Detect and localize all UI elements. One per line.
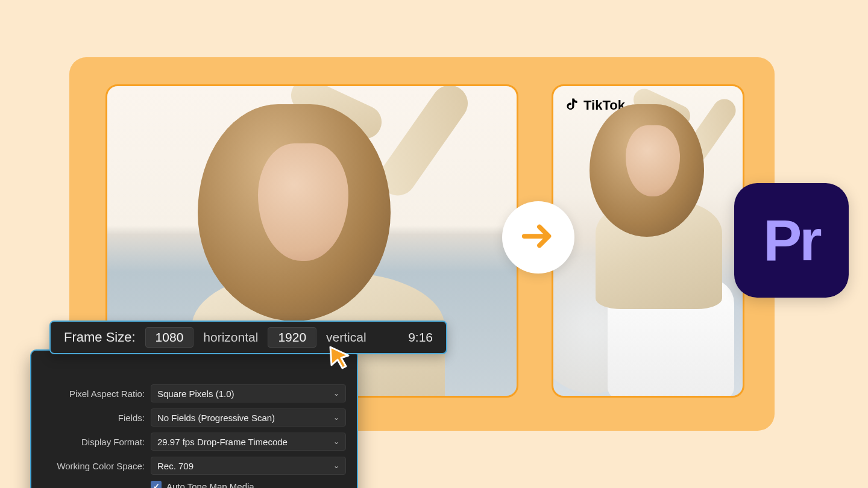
frame-width-input[interactable]: 1080 <box>145 327 194 348</box>
pixel-aspect-label: Pixel Aspect Ratio: <box>42 389 145 399</box>
auto-tone-label: Auto Tone Map Media <box>166 481 254 489</box>
target-portrait-frame: TikTok <box>552 84 744 398</box>
fields-row: Fields: No Fields (Progressive Scan) ⌄ <box>42 408 346 427</box>
display-format-value: 29.97 fps Drop-Frame Timecode <box>157 437 288 447</box>
pixel-aspect-select[interactable]: Square Pixels (1.0) ⌄ <box>151 384 346 402</box>
display-format-label: Display Format: <box>42 437 145 447</box>
chevron-down-icon: ⌄ <box>333 413 339 422</box>
pixel-aspect-row: Pixel Aspect Ratio: Square Pixels (1.0) … <box>42 384 346 402</box>
chevron-down-icon: ⌄ <box>333 461 339 470</box>
color-space-value: Rec. 709 <box>157 461 193 471</box>
frame-size-label: Frame Size: <box>64 330 136 345</box>
fields-label: Fields: <box>42 413 145 423</box>
chevron-down-icon: ⌄ <box>333 389 339 398</box>
conversion-arrow-badge <box>502 201 574 274</box>
premiere-pro-app-icon: Pr <box>734 183 849 298</box>
aspect-ratio-value: 9:16 <box>408 330 433 345</box>
vertical-label: vertical <box>326 330 366 345</box>
fields-value: No Fields (Progressive Scan) <box>157 413 275 423</box>
chevron-down-icon: ⌄ <box>333 437 339 446</box>
arrow-right-icon <box>520 217 557 257</box>
fields-select[interactable]: No Fields (Progressive Scan) ⌄ <box>151 408 346 427</box>
tiktok-note-icon <box>564 96 579 115</box>
auto-tone-checkbox[interactable]: ✓ <box>151 481 162 488</box>
color-space-select[interactable]: Rec. 709 ⌄ <box>151 457 346 475</box>
color-space-row: Working Color Space: Rec. 709 ⌄ <box>42 457 346 475</box>
frame-size-bar: Frame Size: 1080 horizontal 1920 vertica… <box>49 321 447 354</box>
sequence-settings-panel: Pixel Aspect Ratio: Square Pixels (1.0) … <box>30 349 358 488</box>
display-format-select[interactable]: 29.97 fps Drop-Frame Timecode ⌄ <box>151 433 346 451</box>
horizontal-label: horizontal <box>203 330 258 345</box>
frame-height-input[interactable]: 1920 <box>268 327 316 348</box>
pixel-aspect-value: Square Pixels (1.0) <box>157 389 234 399</box>
color-space-label: Working Color Space: <box>42 461 145 471</box>
auto-tone-row[interactable]: ✓ Auto Tone Map Media <box>151 481 346 488</box>
premiere-pro-label: Pr <box>763 207 819 274</box>
display-format-row: Display Format: 29.97 fps Drop-Frame Tim… <box>42 433 346 451</box>
